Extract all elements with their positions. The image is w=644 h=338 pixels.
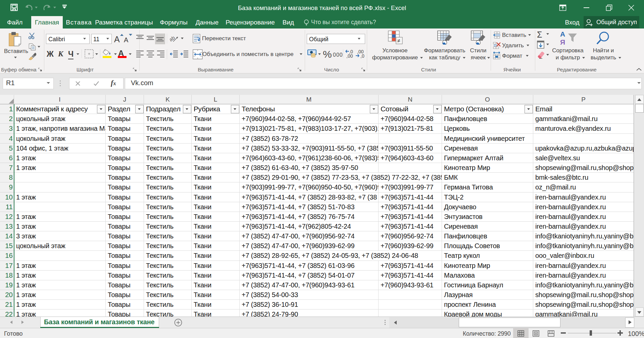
svg-text:А: А [560, 30, 565, 38]
svg-text:ab: ab [170, 35, 176, 42]
svg-text:Я: Я [560, 38, 565, 46]
svg-text:≠: ≠ [397, 38, 400, 44]
